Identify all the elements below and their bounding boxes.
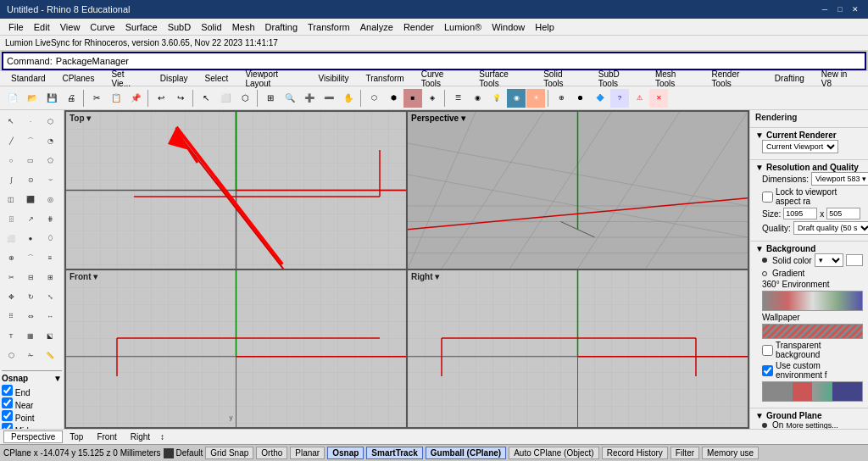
- freeform-tool[interactable]: ∫: [2, 170, 20, 189]
- point-tool[interactable]: ·: [21, 112, 40, 131]
- select-btn[interactable]: ↖: [197, 89, 215, 108]
- network-tool[interactable]: ⋕: [41, 209, 59, 228]
- open-btn[interactable]: 📂: [23, 89, 42, 108]
- quality-select[interactable]: Draft quality (50 s: [793, 221, 868, 235]
- gumball-btn-status[interactable]: Gumball (CPlane): [426, 447, 506, 459]
- layer-btn[interactable]: ☰: [448, 89, 467, 108]
- record-btn[interactable]: ⏺: [571, 89, 590, 108]
- tab-drafting[interactable]: Drafting: [767, 72, 812, 85]
- help-icon-btn[interactable]: ?: [610, 89, 629, 108]
- tab-viewport-layout[interactable]: Viewport Layout: [237, 68, 309, 90]
- vp-tab-perspective[interactable]: Perspective: [3, 430, 63, 443]
- memory-btn[interactable]: Memory use: [702, 447, 759, 459]
- menu-solid[interactable]: Solid: [196, 20, 226, 34]
- shaded-btn[interactable]: ⬢: [384, 89, 403, 108]
- viewport-front[interactable]: Front ▾ y: [65, 269, 407, 428]
- mirror-tool[interactable]: ⇔: [21, 307, 40, 325]
- wireframe-btn[interactable]: ⬡: [364, 89, 383, 108]
- tab-mesh-tools[interactable]: Mesh Tools: [648, 68, 703, 90]
- tab-display[interactable]: Display: [153, 72, 196, 85]
- ortho-btn[interactable]: Ortho: [256, 447, 287, 459]
- color-swatch-status[interactable]: [164, 448, 174, 458]
- autocplane-btn[interactable]: Auto CPlane (Object): [509, 447, 599, 459]
- revolve-tool[interactable]: ◎: [41, 190, 59, 208]
- transparent-checkbox[interactable]: [762, 345, 773, 356]
- size-width-input[interactable]: [783, 208, 817, 219]
- planar-btn[interactable]: Planar: [290, 447, 325, 459]
- polyline-tool[interactable]: ⌒: [21, 131, 40, 150]
- tab-select[interactable]: Select: [198, 72, 236, 85]
- cage-tool[interactable]: ⬡: [41, 112, 59, 131]
- menu-subd[interactable]: SubD: [163, 20, 197, 34]
- snap-btn[interactable]: 🔷: [591, 89, 609, 108]
- tab-curve-tools[interactable]: Curve Tools: [414, 68, 470, 90]
- dimensions-select[interactable]: Viewport 583 ▾: [811, 172, 868, 186]
- background-toggle[interactable]: ▼ Background: [755, 244, 863, 253]
- measure-tool[interactable]: 📏: [41, 346, 59, 364]
- save-btn[interactable]: 💾: [42, 89, 61, 108]
- vp-tab-top[interactable]: Top: [63, 431, 90, 442]
- clip-tool[interactable]: ✁: [21, 346, 40, 364]
- env-custom-preview[interactable]: [762, 381, 863, 402]
- filter-btn[interactable]: Filter: [670, 447, 699, 459]
- env-btn[interactable]: ◉: [507, 89, 526, 108]
- viewport-perspective[interactable]: Perspective ▾: [407, 111, 748, 269]
- zoom-window-btn[interactable]: 🔍: [281, 89, 299, 108]
- cylinder-tool[interactable]: ⬯: [41, 229, 59, 247]
- split-tool[interactable]: ⊟: [21, 268, 40, 286]
- sweep-tool[interactable]: ↗: [21, 209, 40, 228]
- gp-more-label[interactable]: More settings...: [786, 421, 838, 430]
- new-btn[interactable]: 📄: [3, 89, 22, 108]
- blend-tool[interactable]: ⌣: [41, 170, 59, 189]
- osnap-btn[interactable]: Osnap: [327, 447, 364, 459]
- lock-checkbox[interactable]: [762, 192, 773, 203]
- tab-new-v8[interactable]: New in V8: [814, 68, 865, 90]
- offset-tool[interactable]: ≡: [41, 248, 59, 267]
- renderer-select[interactable]: Current Viewport: [762, 140, 838, 153]
- warn-btn[interactable]: ⚠: [630, 89, 648, 108]
- boolean-tool[interactable]: ⊕: [2, 248, 20, 267]
- record-history-btn[interactable]: Record History: [602, 447, 668, 459]
- copy-btn[interactable]: 📋: [107, 89, 125, 108]
- cut-btn[interactable]: ✂: [87, 89, 106, 108]
- tab-surface-tools[interactable]: Surface Tools: [471, 68, 534, 90]
- material-btn[interactable]: ◉: [468, 89, 487, 108]
- dim-tool[interactable]: ↔: [41, 307, 59, 325]
- menu-analyze[interactable]: Analyze: [355, 20, 398, 34]
- vp-tab-front[interactable]: Front: [90, 431, 123, 442]
- annotate-tool[interactable]: T: [2, 326, 20, 345]
- select-tool[interactable]: ↖: [2, 112, 20, 131]
- vp-tab-right[interactable]: Right: [124, 431, 157, 442]
- trim-tool[interactable]: ✂: [2, 268, 20, 286]
- menu-mesh[interactable]: Mesh: [227, 20, 260, 34]
- grid-snap-btn[interactable]: Grid Snap: [205, 447, 253, 459]
- tab-visibility[interactable]: Visibility: [311, 72, 357, 85]
- move-tool[interactable]: ✥: [2, 287, 20, 306]
- menu-curve[interactable]: Curve: [85, 20, 120, 34]
- zoom-ext-btn[interactable]: ⊞: [261, 89, 280, 108]
- add-viewport-icon[interactable]: ↕: [157, 431, 168, 442]
- tab-standard[interactable]: Standard: [3, 72, 53, 85]
- paste-btn[interactable]: 📌: [126, 89, 145, 108]
- snap-mid[interactable]: Mid: [2, 423, 62, 429]
- menu-transform[interactable]: Transform: [303, 20, 355, 34]
- tab-transform[interactable]: Transform: [358, 72, 411, 85]
- loft-tool[interactable]: ⌹: [2, 209, 20, 228]
- custom-env-checkbox[interactable]: [762, 365, 773, 376]
- print-btn[interactable]: 🖨: [62, 89, 81, 108]
- command-input[interactable]: [56, 56, 861, 66]
- menu-window[interactable]: Window: [487, 20, 530, 34]
- snap-near[interactable]: Near: [2, 397, 62, 410]
- surface-tool[interactable]: ◫: [2, 190, 20, 208]
- array-tool[interactable]: ⠿: [2, 307, 20, 325]
- helix-tool[interactable]: ⊙: [21, 170, 40, 189]
- box-tool[interactable]: ⬜: [2, 229, 20, 247]
- redo-btn[interactable]: ↪: [171, 89, 190, 108]
- circle-tool[interactable]: ○: [2, 151, 20, 169]
- tab-render-tools[interactable]: Render Tools: [704, 68, 765, 90]
- fillet-tool[interactable]: ⌒: [21, 248, 40, 267]
- tab-setview[interactable]: Set Vie...: [103, 68, 150, 90]
- menu-drafting[interactable]: Drafting: [260, 20, 303, 34]
- menu-view[interactable]: View: [55, 20, 86, 34]
- snap-point[interactable]: Point: [2, 410, 62, 423]
